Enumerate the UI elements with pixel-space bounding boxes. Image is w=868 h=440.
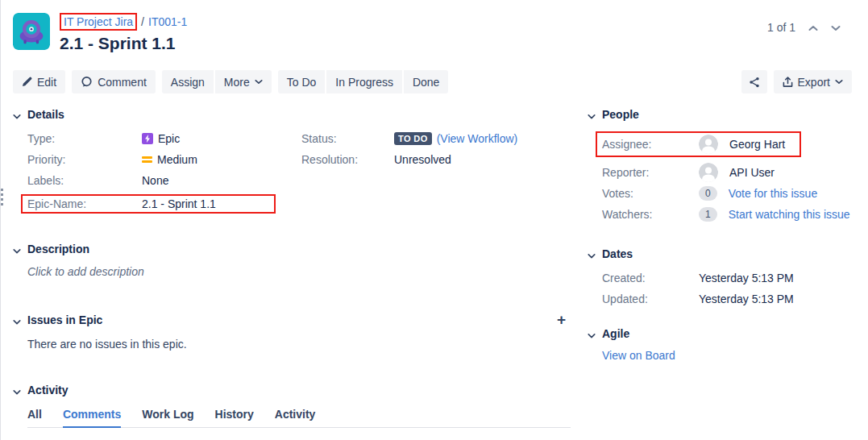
annotation-box-project-link: IT Project Jira: [60, 13, 137, 31]
annotation-box-epic-name: Epic-Name: 2.1 - Sprint 1.1: [21, 194, 276, 214]
edit-button[interactable]: Edit: [13, 70, 65, 93]
view-workflow-link[interactable]: (View Workflow): [437, 131, 518, 146]
field-reporter: Reporter: API User: [602, 162, 852, 183]
agile-section: Agile View on Board: [588, 327, 852, 362]
chevron-down-icon[interactable]: [13, 110, 21, 118]
field-updated: Updated: Yesterday 5:13 PM: [602, 292, 852, 306]
chevron-down-icon[interactable]: [13, 386, 21, 394]
transition-done-button[interactable]: Done: [404, 70, 448, 93]
chevron-down-icon[interactable]: [588, 110, 596, 118]
export-button[interactable]: Export: [774, 70, 852, 93]
issue-content: Details Type: Epic Priority:: [0, 93, 868, 440]
tab-history[interactable]: History: [215, 408, 254, 427]
chevron-down-icon: [255, 79, 263, 85]
field-labels: Labels: None: [27, 173, 301, 188]
field-created: Created: Yesterday 5:13 PM: [602, 271, 852, 285]
description-placeholder[interactable]: Click to add description: [27, 265, 571, 278]
more-button[interactable]: More: [215, 70, 272, 93]
assignee-name: Georg Hart: [729, 138, 785, 151]
chevron-up-icon[interactable]: [808, 21, 818, 34]
left-column: Details Type: Epic Priority:: [13, 108, 571, 440]
tab-comments[interactable]: Comments: [63, 408, 121, 428]
jira-issue-page: IT Project Jira / IT001-1 2.1 - Sprint 1…: [0, 0, 868, 440]
assign-button[interactable]: Assign: [162, 70, 214, 93]
watch-link[interactable]: Start watching this issue: [729, 207, 850, 222]
epic-lightning-icon: [142, 133, 153, 144]
votes-count-badge: 0: [699, 186, 717, 201]
breadcrumb-issue-key-link[interactable]: IT001-1: [148, 15, 187, 29]
issue-header: IT Project Jira / IT001-1 2.1 - Sprint 1…: [0, 0, 868, 54]
details-title: Details: [27, 108, 64, 121]
details-section: Details Type: Epic Priority:: [13, 108, 571, 214]
view-on-board-link[interactable]: View on Board: [602, 349, 675, 362]
chevron-down-icon[interactable]: [13, 316, 21, 324]
issue-pager: 1 of 1: [767, 13, 852, 34]
vote-link[interactable]: Vote for this issue: [729, 186, 818, 201]
sidebar-resize-handle[interactable]: [1, 189, 4, 211]
breadcrumb: IT Project Jira / IT001-1: [60, 13, 187, 31]
field-type: Type: Epic: [27, 131, 301, 146]
share-button[interactable]: [741, 70, 767, 93]
workflow-transition-group: To Do In Progress Done: [278, 70, 449, 93]
project-avatar: [13, 13, 50, 50]
chevron-down-icon[interactable]: [831, 21, 841, 34]
upload-icon: [783, 77, 793, 88]
watchers-count-badge: 1: [699, 207, 717, 222]
breadcrumb-separator: /: [141, 15, 144, 29]
people-title: People: [602, 108, 639, 121]
activity-title: Activity: [27, 384, 69, 396]
field-epic-name-value: 2.1 - Sprint 1.1: [142, 197, 216, 210]
field-epic-name-label: Epic-Name:: [27, 197, 142, 210]
speech-bubble-icon: [81, 76, 93, 88]
issue-toolbar: Edit Comment Assign More To Do In Progre…: [0, 54, 868, 93]
people-section: People Assignee: Georg Hart Reporter:: [588, 108, 852, 222]
share-icon: [749, 77, 760, 88]
default-user-avatar-icon: [699, 135, 718, 154]
transition-in-progress-button[interactable]: In Progress: [326, 70, 402, 93]
dates-title: Dates: [602, 247, 633, 260]
chevron-down-icon[interactable]: [13, 245, 21, 253]
issue-title: 2.1 - Sprint 1.1: [60, 33, 187, 54]
issues-in-epic-title: Issues in Epic: [27, 313, 102, 326]
activity-tabs: All Comments Work Log History Activity: [27, 408, 571, 428]
transition-todo-button[interactable]: To Do: [278, 70, 326, 93]
add-issue-to-epic-button[interactable]: +: [557, 314, 566, 326]
field-priority: Priority: Medium: [27, 152, 301, 167]
tab-all[interactable]: All: [27, 408, 42, 427]
default-user-avatar-icon: [699, 163, 718, 182]
pager-count: 1 of 1: [767, 21, 795, 34]
pencil-icon: [22, 77, 32, 87]
chevron-down-icon[interactable]: [588, 330, 596, 338]
field-watchers: Watchers: 1 Start watching this issue: [602, 207, 852, 222]
tab-work-log[interactable]: Work Log: [142, 408, 193, 427]
description-section: Description Click to add description: [13, 243, 571, 278]
activity-section: Activity All Comments Work Log History A…: [13, 384, 571, 440]
reporter-name: API User: [729, 165, 775, 180]
assign-more-group: Assign More: [162, 70, 272, 93]
description-title: Description: [27, 243, 89, 255]
field-resolution: Resolution: Unresolved: [301, 152, 571, 167]
tab-activity[interactable]: Activity: [275, 408, 316, 427]
agile-title: Agile: [602, 327, 629, 340]
chevron-down-icon[interactable]: [588, 250, 596, 258]
field-votes: Votes: 0 Vote for this issue: [602, 186, 852, 201]
annotation-box-assignee: Assignee: Georg Hart: [596, 131, 801, 157]
medium-priority-bars-icon: [142, 156, 152, 164]
left-panel-divider: [0, 0, 1, 440]
right-column: People Assignee: Georg Hart Reporter:: [571, 108, 852, 440]
breadcrumb-project-link[interactable]: IT Project Jira: [64, 15, 133, 28]
chevron-down-icon: [835, 79, 843, 85]
issues-in-epic-empty-text: There are no issues in this epic.: [27, 338, 571, 351]
status-lozenge: TO DO: [394, 132, 432, 145]
field-status: Status: TO DO (View Workflow): [301, 131, 571, 146]
comment-button[interactable]: Comment: [72, 70, 156, 93]
issues-in-epic-section: Issues in Epic + There are no issues in …: [13, 313, 571, 351]
dates-section: Dates Created: Yesterday 5:13 PM Updated…: [588, 247, 852, 306]
assignee-label: Assignee:: [602, 138, 699, 151]
